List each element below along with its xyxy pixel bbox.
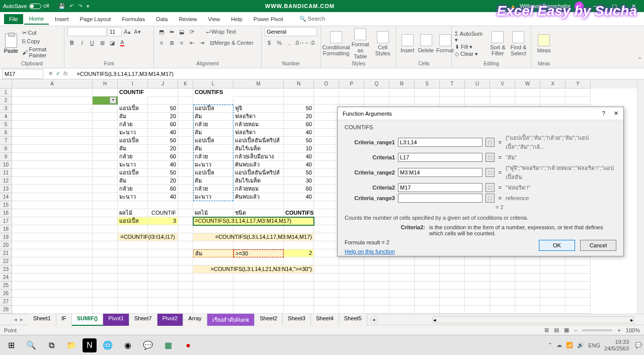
row-header[interactable]: 6 (0, 129, 12, 137)
merge-center-button[interactable]: ⊟ Merge & Center (207, 38, 256, 47)
row-header[interactable]: 3 (0, 105, 12, 113)
cancel-formula-icon[interactable]: ✕ (48, 70, 53, 77)
cell-Q22[interactable] (364, 257, 389, 265)
cell-X27[interactable] (540, 298, 566, 306)
cell-O19[interactable] (314, 233, 339, 241)
cell-P22[interactable] (339, 257, 364, 265)
cell-O14[interactable] (314, 193, 339, 201)
cell-H28[interactable] (93, 306, 118, 314)
discord-icon[interactable]: 💬 (139, 337, 157, 353)
row-header[interactable]: 11 (0, 169, 12, 177)
cell-M24[interactable] (233, 274, 284, 282)
cell-K8[interactable] (178, 145, 193, 153)
cell-N9[interactable]: 40 (284, 153, 314, 161)
cell-S2[interactable] (415, 97, 440, 105)
cell-V24[interactable] (490, 274, 515, 282)
range-picker-icon[interactable]: ⬚ (486, 183, 495, 192)
cell-J14[interactable]: 40 (148, 193, 178, 201)
cell-K20[interactable] (178, 241, 193, 249)
cell-A8[interactable] (12, 145, 93, 153)
cell-styles-button[interactable]: Cell Styles (373, 30, 393, 57)
cell-Y27[interactable] (566, 298, 591, 306)
decrease-indent-icon[interactable]: ⇤ (187, 38, 196, 47)
cell-I19[interactable]: =COUNTIF(I3:I14,I17) (118, 233, 178, 241)
cell-R28[interactable] (389, 306, 415, 314)
cell-I8[interactable]: ส้ม (118, 145, 148, 153)
cell-L20[interactable] (193, 241, 233, 249)
cell-A17[interactable] (12, 217, 93, 225)
range-picker-icon[interactable]: ⬚ (486, 153, 495, 162)
cell-J4[interactable]: 20 (148, 113, 178, 121)
cell-J23[interactable] (148, 265, 178, 274)
cell-X28[interactable] (540, 306, 566, 314)
row-header[interactable]: 28 (0, 306, 12, 314)
cell-N12[interactable]: 30 (284, 177, 314, 185)
cell-K14[interactable] (178, 193, 193, 201)
cell-A23[interactable] (12, 265, 93, 274)
cell-H17[interactable] (93, 217, 118, 225)
cell-K6[interactable] (178, 129, 193, 137)
cell-L18[interactable] (193, 225, 233, 233)
col-header[interactable]: Y (566, 79, 591, 88)
cell-I2[interactable] (118, 97, 148, 105)
format-as-table-button[interactable]: Format as Table (350, 27, 371, 60)
cell-Y22[interactable] (566, 257, 591, 265)
cell-K27[interactable] (178, 298, 193, 306)
cell-K12[interactable] (178, 177, 193, 185)
cell-L28[interactable] (193, 306, 233, 314)
cell-R2[interactable] (389, 97, 415, 105)
cell-N28[interactable] (284, 306, 314, 314)
fill-button[interactable]: ⬇ Fill ▾ (455, 44, 487, 50)
cell-A15[interactable] (12, 201, 93, 209)
cell-H4[interactable] (93, 113, 118, 121)
cell-M21[interactable]: >=30 (233, 249, 284, 257)
cell-Q1[interactable] (364, 88, 389, 97)
save-icon[interactable]: 💾 (58, 3, 65, 10)
cell-L25[interactable] (193, 282, 233, 290)
range-picker-icon[interactable]: ⬚ (486, 168, 495, 177)
cell-P23[interactable] (339, 265, 364, 274)
row-header[interactable]: 18 (0, 225, 12, 233)
cell-A9[interactable] (12, 153, 93, 161)
align-middle-icon[interactable]: ⬌ (167, 27, 176, 36)
cell-H23[interactable] (93, 265, 118, 274)
tray-cloud-icon[interactable]: ☁ (556, 342, 562, 348)
delete-cells-button[interactable]: Delete (418, 33, 435, 54)
cell-N7[interactable]: 50 (284, 137, 314, 145)
cell-A20[interactable] (12, 241, 93, 249)
find-select-button[interactable]: Find & Select (509, 30, 528, 57)
wrap-text-button[interactable]: ⮐ Wrap Text (203, 27, 238, 36)
cell-L26[interactable] (193, 290, 233, 298)
cell-S28[interactable] (415, 306, 440, 314)
cell-N8[interactable]: 10 (284, 145, 314, 153)
cell-H20[interactable] (93, 241, 118, 249)
cell-J10[interactable]: 40 (148, 161, 178, 169)
cell-N26[interactable] (284, 290, 314, 298)
cell-N3[interactable]: 50 (284, 105, 314, 113)
cell-T23[interactable] (440, 265, 465, 274)
cell-A10[interactable] (12, 161, 93, 169)
cell-O27[interactable] (314, 298, 339, 306)
fill-color-button[interactable]: ◪ (108, 38, 117, 47)
cell-O12[interactable] (314, 177, 339, 185)
tab-help[interactable]: Help (226, 14, 248, 24)
tab-nav-last-icon[interactable]: ▸ (20, 316, 23, 323)
cell-W1[interactable] (515, 88, 540, 97)
cell-A28[interactable] (12, 306, 93, 314)
cell-H9[interactable] (93, 153, 118, 161)
cell-O17[interactable] (314, 217, 339, 225)
cell-M8[interactable]: ส้มไร้เมล็ด (233, 145, 284, 153)
cell-O25[interactable] (314, 282, 339, 290)
cell-K16[interactable] (178, 209, 193, 217)
row-header[interactable]: 21 (0, 249, 12, 257)
autosum-button[interactable]: Σ AutoSum ▾ (455, 31, 487, 43)
row-header[interactable]: 1 (0, 88, 12, 97)
cell-S25[interactable] (415, 282, 440, 290)
cell-O11[interactable] (314, 169, 339, 177)
cell-J22[interactable] (148, 257, 178, 265)
tray-lang[interactable]: ENG (588, 342, 600, 348)
cell-A14[interactable] (12, 193, 93, 201)
cell-V2[interactable] (490, 97, 515, 105)
cell-X2[interactable] (540, 97, 566, 105)
name-box[interactable] (2, 69, 43, 79)
